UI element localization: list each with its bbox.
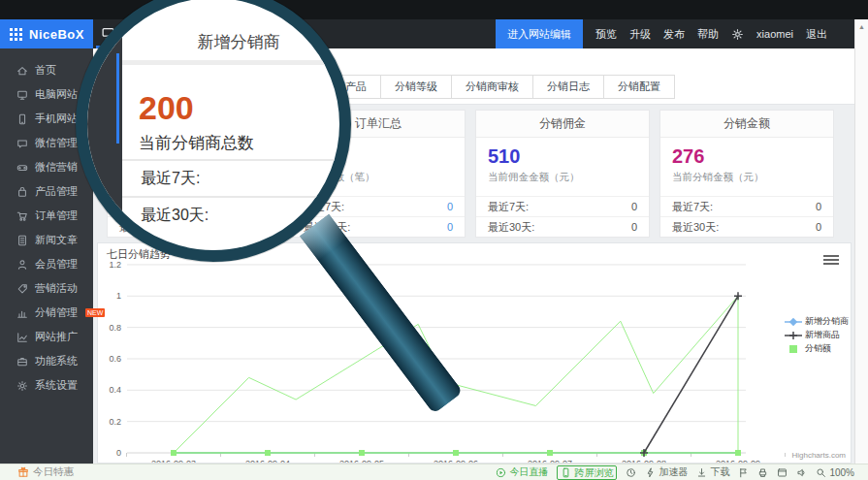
magnified-row-30d: 最近30天: [141, 206, 209, 226]
svg-text:0.2: 0.2 [109, 417, 121, 427]
publish-link[interactable]: 发布 [663, 27, 685, 42]
statusbar-item-printer-icon[interactable] [757, 467, 768, 478]
statusbar-item-window-icon[interactable] [777, 467, 788, 478]
magnified-selection-bar [116, 53, 119, 144]
statusbar-item-加速器[interactable]: 加速器 [645, 465, 688, 479]
chat-icon [16, 138, 28, 149]
scroll-up-icon[interactable]: ▲ [855, 19, 868, 30]
sidebar-item-label: 订单管理 [35, 208, 78, 223]
new-badge: NEW [85, 308, 105, 317]
grid-icon [10, 28, 22, 41]
chart-legend: 新增分销商新增商品分销额 [785, 315, 849, 355]
card-row: 最近30天:0 [476, 216, 649, 237]
statusbar-item-100%[interactable]: 100% [816, 467, 854, 478]
logo-text: NiceBoX [29, 27, 84, 42]
sidebar-item-6[interactable]: 订单管理 [0, 204, 93, 228]
home-icon [16, 65, 28, 77]
legend-item-0[interactable]: 新增分销商 [785, 315, 849, 328]
svg-text:1: 1 [116, 291, 121, 301]
sidebar-item-label: 微信管理 [35, 136, 78, 150]
legend-label: 新增分销商 [805, 315, 849, 328]
card-row: 最近30天:0 [660, 216, 833, 237]
card-3: 分销金额276当前分销金额（元）最近7天:0最近30天:0 [659, 110, 834, 238]
sidebar-item-0[interactable]: 首页 [0, 58, 93, 82]
clock-icon [626, 467, 636, 478]
tab-3[interactable]: 分销日志 [532, 75, 604, 99]
logout-link[interactable]: 退出 [806, 27, 827, 42]
card-row: 最近7天:0 [476, 196, 649, 216]
bag-icon [16, 186, 28, 198]
card-caption: 当前分销金额（元） [672, 171, 821, 184]
svg-text:2016-09-05: 2016-09-05 [339, 459, 384, 463]
card-number: 510 [488, 144, 637, 168]
enter-site-edit-button[interactable]: 进入网站编辑 [496, 19, 583, 48]
username[interactable]: xiaomei [756, 28, 793, 40]
printer-icon [757, 467, 768, 478]
gift-icon [17, 466, 29, 478]
svg-text:0.6: 0.6 [109, 354, 121, 364]
phone-icon [16, 113, 28, 125]
sidebar-item-7[interactable]: 新闻文章 [0, 228, 93, 252]
sidebar-item-label: 系统设置 [35, 378, 78, 393]
monitor-icon [16, 89, 28, 101]
magnified-card-title: 新增分销商 [122, 31, 351, 53]
svg-text:2016-09-07: 2016-09-07 [528, 459, 572, 463]
lightning-icon [645, 467, 656, 478]
card-row: 最近7天:0 [660, 196, 833, 216]
statusbar-item-flag-icon[interactable] [738, 467, 749, 478]
svg-text:0.8: 0.8 [109, 323, 121, 333]
tabs: 分销产品分销等级分销商审核分销日志分销配置 [310, 75, 675, 99]
tab-2[interactable]: 分销商审核 [451, 75, 533, 99]
magnifier-icon [816, 467, 826, 478]
card-row-value[interactable]: 0 [631, 201, 637, 212]
statusbar-item-今日直播[interactable]: 今日直播 [496, 465, 548, 479]
help-link[interactable]: 帮助 [697, 27, 719, 42]
legend-item-1[interactable]: 新增商品 [785, 329, 849, 341]
briefcase-icon [16, 356, 28, 368]
sidebar-item-label: 电脑网站 [35, 87, 78, 102]
card-row-value[interactable]: 0 [631, 221, 637, 233]
logo[interactable]: NiceBoX [0, 19, 93, 48]
daily-deal[interactable]: 今日特惠 [17, 465, 74, 479]
legend-label: 新增商品 [805, 329, 840, 341]
legend-item-2[interactable]: 分销额 [785, 342, 849, 355]
card-row-value[interactable]: 0 [447, 221, 453, 233]
sidebar-item-label: 产品管理 [35, 184, 78, 199]
sidebar-item-12[interactable]: 功能系统 [0, 349, 93, 373]
sidebar-item-13[interactable]: 系统设置 [0, 373, 93, 398]
topbar-actions: 进入网站编辑 预览 升级 发布 帮助 xiaomei 退出 [496, 19, 827, 48]
sidebar-item-10[interactable]: 分销管理NEW [0, 301, 93, 325]
vertical-scrollbar[interactable]: ▲ [854, 19, 868, 464]
sidebar-item-label: 首页 [35, 63, 56, 78]
card-number: 276 [672, 144, 821, 168]
person-icon [16, 259, 28, 271]
upgrade-link[interactable]: 升级 [629, 27, 651, 42]
chart-icon [16, 307, 28, 319]
statusbar-item-speaker-icon[interactable] [796, 467, 807, 478]
play-circle-icon [496, 467, 506, 478]
statusbar-item-跨屏浏览[interactable]: 跨屏浏览 [557, 465, 617, 480]
sidebar-item-9[interactable]: 营销活动 [0, 276, 93, 301]
magnified-row-7d: 最近7天: [141, 169, 200, 189]
settings-gear-icon[interactable] [731, 28, 744, 41]
svg-text:1.2: 1.2 [109, 260, 121, 270]
trend-icon [16, 332, 28, 343]
sidebar-item-5[interactable]: 产品管理 [0, 179, 93, 204]
card-row-value[interactable]: 0 [816, 221, 821, 233]
magnified-card-caption: 当前分销商总数 [139, 132, 254, 154]
sidebar-item-8[interactable]: 会员管理 [0, 252, 93, 276]
card-row-value[interactable]: 0 [816, 201, 821, 212]
statusbar-item-clock-icon[interactable] [626, 467, 636, 478]
statusbar-item-下载[interactable]: 下载 [696, 465, 729, 479]
cart-icon [16, 210, 28, 222]
svg-text:2016-09-03: 2016-09-03 [151, 459, 196, 463]
card-2: 分销佣金510当前佣金金额（元）最近7天:0最近30天:0 [475, 110, 650, 238]
sidebar-item-11[interactable]: 网站推广 [0, 325, 93, 349]
tab-1[interactable]: 分销等级 [380, 75, 452, 99]
sidebar-item-label: 新闻文章 [35, 233, 78, 247]
card-row-value[interactable]: 0 [447, 201, 453, 212]
tab-4[interactable]: 分销配置 [603, 75, 675, 99]
dashboard-screen: NiceBoX 进入网站编辑 预览 升级 发布 帮助 xiaomei 退出 首页… [0, 0, 868, 480]
preview-link[interactable]: 预览 [595, 27, 617, 42]
svg-text:2016-09-09: 2016-09-09 [716, 459, 760, 463]
